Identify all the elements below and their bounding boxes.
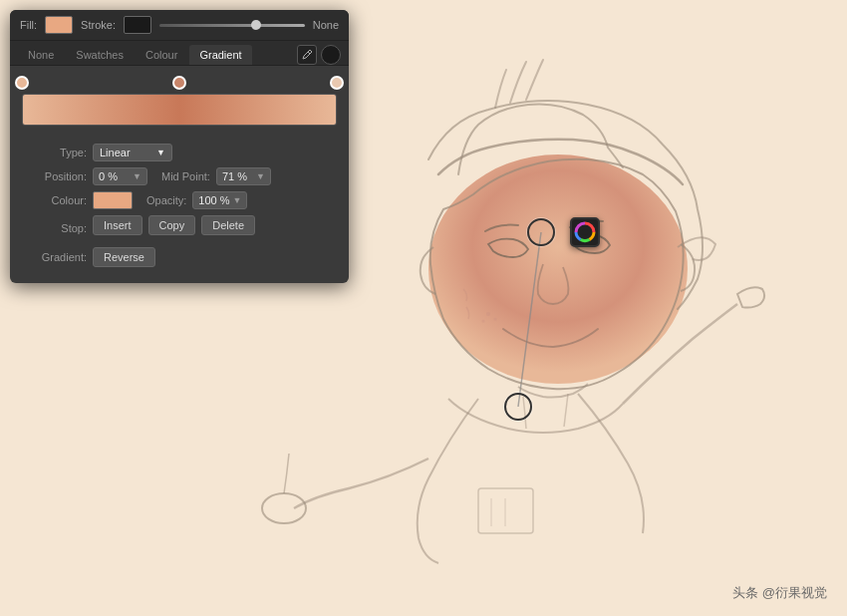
svg-point-5 [482, 320, 485, 323]
svg-point-1 [428, 154, 688, 384]
stroke-label: Stroke: [81, 19, 116, 31]
svg-point-11 [582, 229, 588, 235]
type-label: Type: [22, 147, 87, 158]
position-arrow: ▼ [133, 171, 141, 181]
position-label: Position: [22, 170, 87, 182]
colour-swatch-field[interactable] [93, 191, 133, 209]
gradient-label: Gradient: [22, 251, 87, 263]
gradient-reverse-row: Gradient: Reverse [22, 247, 337, 267]
stroke-slider-area [159, 24, 305, 27]
color-tool-icon[interactable] [570, 217, 600, 247]
gradient-stop-mid[interactable] [172, 76, 186, 90]
stroke-slider-thumb [251, 20, 261, 30]
opacity-arrow: ▼ [232, 195, 241, 205]
stop-buttons-row: Stop: Insert Copy Delete [22, 215, 337, 241]
tab-none[interactable]: None [18, 45, 64, 65]
gradient-handle-bottom[interactable] [504, 393, 532, 421]
colour-label: Colour: [22, 194, 87, 206]
gradient-stop-right[interactable] [330, 76, 344, 90]
copy-button[interactable]: Copy [148, 215, 196, 235]
stop-buttons: Insert Copy Delete [93, 215, 255, 235]
opacity-label: Opacity: [146, 194, 186, 206]
type-row: Type: Linear ▼ [22, 144, 337, 161]
stroke-swatch[interactable] [124, 16, 151, 34]
insert-button[interactable]: Insert [93, 215, 142, 235]
gradient-bar-container[interactable] [22, 94, 337, 126]
reverse-button[interactable]: Reverse [93, 247, 155, 267]
position-input[interactable]: 0 % ▼ [93, 167, 147, 185]
type-arrow: ▼ [156, 148, 165, 157]
position-midpoint-row: Position: 0 % ▼ Mid Point: 71 % ▼ [22, 167, 337, 185]
fill-swatch[interactable] [45, 16, 73, 34]
opacity-input[interactable]: 100 % ▼ [192, 191, 247, 209]
none-label: None [313, 19, 339, 31]
tab-swatches[interactable]: Swatches [66, 45, 134, 65]
type-select[interactable]: Linear ▼ [93, 144, 172, 161]
svg-point-3 [486, 312, 490, 316]
delete-button[interactable]: Delete [201, 215, 255, 235]
fields-section: Type: Linear ▼ Position: 0 % ▼ Mid Point… [10, 144, 349, 283]
gradient-stop-left[interactable] [15, 76, 29, 90]
midpoint-arrow: ▼ [256, 171, 265, 181]
watermark: 头条 @衍果视觉 [732, 584, 827, 602]
fill-label: Fill: [20, 19, 37, 31]
gradient-preview-bar [22, 94, 337, 126]
tab-colour[interactable]: Colour [136, 45, 187, 65]
svg-point-4 [494, 318, 497, 321]
gradient-stop-track [22, 76, 337, 90]
midpoint-input[interactable]: 71 % ▼ [216, 167, 271, 185]
gradient-handle-top[interactable] [527, 218, 555, 246]
stop-label: Stop: [22, 222, 87, 234]
fill-stroke-bar: Fill: Stroke: None [10, 10, 349, 41]
tab-gradient[interactable]: Gradient [189, 45, 251, 65]
tab-row: None Swatches Colour Gradient [10, 41, 349, 66]
colour-opacity-row: Colour: Opacity: 100 % ▼ [22, 191, 337, 209]
stroke-slider[interactable] [159, 24, 305, 27]
color-circle-button[interactable] [321, 45, 341, 65]
eyedropper-button[interactable] [297, 45, 317, 65]
gradient-reverse-section: Reverse [93, 247, 155, 267]
gradient-preview-section [10, 66, 349, 144]
midpoint-label: Mid Point: [161, 170, 210, 182]
gradient-panel: Fill: Stroke: None None Swatches Colour … [10, 10, 349, 283]
